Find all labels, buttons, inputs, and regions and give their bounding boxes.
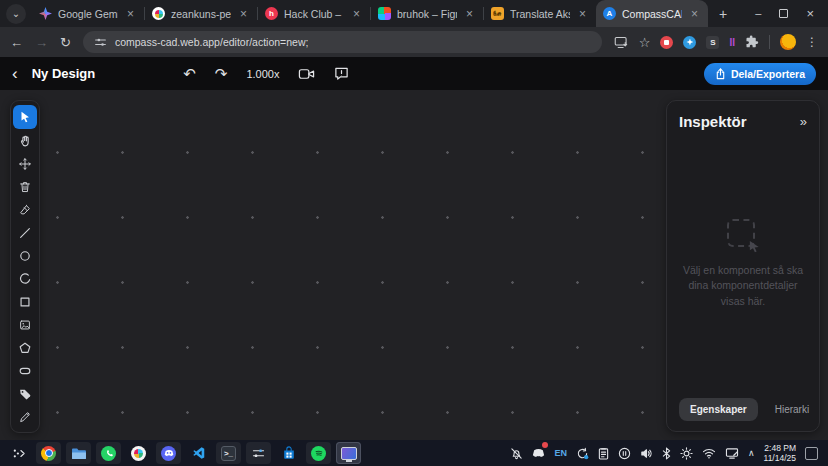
reload-button[interactable]: ↻ xyxy=(60,35,71,50)
taskbar-discord[interactable] xyxy=(156,442,181,464)
tab-properties[interactable]: Egenskaper xyxy=(679,398,758,421)
restore-button[interactable] xyxy=(779,9,788,18)
feedback-icon[interactable] xyxy=(334,66,349,81)
pan-tool-button[interactable] xyxy=(13,130,37,152)
taskbar-vscode[interactable] xyxy=(186,442,211,464)
taskbar-slack[interactable] xyxy=(126,442,151,464)
hand-icon xyxy=(18,134,32,148)
bluetooth-icon[interactable] xyxy=(662,447,671,460)
camera-icon[interactable] xyxy=(298,67,315,81)
image-icon xyxy=(18,318,32,332)
site-info-icon[interactable] xyxy=(94,36,107,49)
arc-tool-button[interactable] xyxy=(13,268,37,290)
system-tray: EN xyxy=(510,443,822,463)
taskbar: >_ xyxy=(0,440,828,466)
eraser-tool-button[interactable] xyxy=(13,199,37,221)
profile-avatar[interactable] xyxy=(780,34,796,50)
share-icon xyxy=(715,68,726,80)
trash-icon xyxy=(18,180,32,194)
close-tab-icon[interactable]: × xyxy=(350,7,363,21)
tab-translate-aksara[interactable]: ꦄ Translate Aksara J × xyxy=(484,0,596,27)
taskbar-terminal[interactable]: >_ xyxy=(216,442,241,464)
image-tool-button[interactable] xyxy=(13,314,37,336)
adblock-extension-icon[interactable] xyxy=(660,36,673,49)
close-tab-icon[interactable]: × xyxy=(688,7,701,21)
collapse-panel-icon[interactable]: » xyxy=(800,114,807,129)
clipboard-icon[interactable] xyxy=(598,447,609,460)
install-app-icon[interactable] xyxy=(614,36,629,49)
tab-title: zeankuns-persona xyxy=(171,8,231,20)
monitor-icon xyxy=(341,447,357,460)
close-tab-icon[interactable]: × xyxy=(576,7,589,21)
close-tab-icon[interactable]: × xyxy=(124,7,137,21)
tab-figma[interactable]: bruhok – Figma × xyxy=(371,0,483,27)
circle-tool-button[interactable] xyxy=(13,245,37,267)
close-tab-icon[interactable]: × xyxy=(463,7,476,21)
zoom-level-indicator[interactable]: 1.000x xyxy=(246,68,279,80)
s-extension-icon[interactable]: S xyxy=(706,36,719,49)
inspector-tabs: Egenskaper Hierarki xyxy=(679,398,807,421)
discord-tray-icon[interactable] xyxy=(532,444,545,462)
taskbar-microsoft-store[interactable] xyxy=(276,442,301,464)
label-tool-button[interactable] xyxy=(13,383,37,405)
wifi-icon[interactable] xyxy=(702,448,716,459)
media-pause-icon[interactable] xyxy=(618,447,631,460)
rectangle-tool-button[interactable] xyxy=(13,291,37,313)
taskbar-file-explorer[interactable] xyxy=(66,442,91,464)
volume-icon[interactable] xyxy=(640,447,653,460)
taskbar-desktop-window[interactable] xyxy=(336,442,361,464)
figma-icon xyxy=(378,7,391,20)
close-window-button[interactable]: × xyxy=(806,7,814,20)
show-desktop-button[interactable] xyxy=(805,447,818,460)
gemini-icon xyxy=(39,7,52,20)
move-tool-button[interactable] xyxy=(13,153,37,175)
sync-icon[interactable] xyxy=(576,447,589,460)
vscode-icon xyxy=(192,446,206,460)
tab-search-button[interactable]: ⌄ xyxy=(6,4,26,24)
select-component-icon xyxy=(727,219,759,251)
close-tab-icon[interactable]: × xyxy=(237,7,250,21)
taskbar-chrome[interactable] xyxy=(36,442,61,464)
tab-compasscad-active[interactable]: A CompassCAD × xyxy=(596,0,708,27)
minimize-button[interactable]: – xyxy=(755,8,761,19)
sliders-icon xyxy=(252,448,265,459)
notifications-muted-icon[interactable] xyxy=(510,447,523,460)
url-text: compass-cad.web.app/editor/action=new; xyxy=(115,36,309,48)
tab-hierarchy[interactable]: Hierarki xyxy=(764,398,820,421)
taskbar-whatsapp[interactable] xyxy=(96,442,121,464)
toolbar-divider xyxy=(769,35,770,49)
start-button[interactable] xyxy=(6,442,31,464)
window-controls: – × xyxy=(741,7,828,20)
tab-google-gemini[interactable]: Google Gemini × xyxy=(32,0,144,27)
line-tool-button[interactable] xyxy=(13,222,37,244)
brightness-icon[interactable] xyxy=(680,447,693,460)
bookmark-star-icon[interactable]: ☆ xyxy=(639,35,651,50)
new-tab-button[interactable]: + xyxy=(712,3,734,25)
inspector-title: Inspektör xyxy=(679,113,747,130)
tab-title: Translate Aksara J xyxy=(510,8,570,20)
editor-back-button[interactable]: ‹ xyxy=(12,65,18,82)
polygon-tool-button[interactable] xyxy=(13,337,37,359)
delete-tool-button[interactable] xyxy=(13,176,37,198)
browser-menu-icon[interactable]: ⋮ xyxy=(806,35,818,49)
tab-hack-club[interactable]: h Hack Club – Ship × xyxy=(258,0,370,27)
tray-overflow-chevron[interactable]: ∧ xyxy=(748,449,755,458)
tab-zeankuns-persona[interactable]: zeankuns-persona × xyxy=(145,0,257,27)
language-indicator[interactable]: EN xyxy=(554,448,567,458)
redo-button[interactable]: ↷ xyxy=(215,66,228,81)
roman-ii-extension-icon[interactable]: II xyxy=(729,37,735,48)
select-tool-button[interactable] xyxy=(13,105,37,129)
taskbar-clock[interactable]: 2:48 PM 11/14/25 xyxy=(764,443,796,463)
pencil-tool-button[interactable] xyxy=(13,406,37,428)
taskbar-spotify[interactable] xyxy=(306,442,331,464)
extensions-puzzle-icon[interactable] xyxy=(745,35,759,49)
taskbar-audio-mixer[interactable] xyxy=(246,442,271,464)
back-button[interactable]: ← xyxy=(10,35,23,50)
address-bar[interactable]: compass-cad.web.app/editor/action=new; xyxy=(83,31,602,53)
undo-button[interactable]: ↶ xyxy=(183,66,196,81)
rounded-rect-tool-button[interactable] xyxy=(13,360,37,382)
blue-extension-icon[interactable] xyxy=(683,36,696,49)
forward-button[interactable]: → xyxy=(35,35,48,50)
share-export-button[interactable]: Dela/Exportera xyxy=(704,63,816,85)
project-screen-icon[interactable] xyxy=(725,447,739,459)
